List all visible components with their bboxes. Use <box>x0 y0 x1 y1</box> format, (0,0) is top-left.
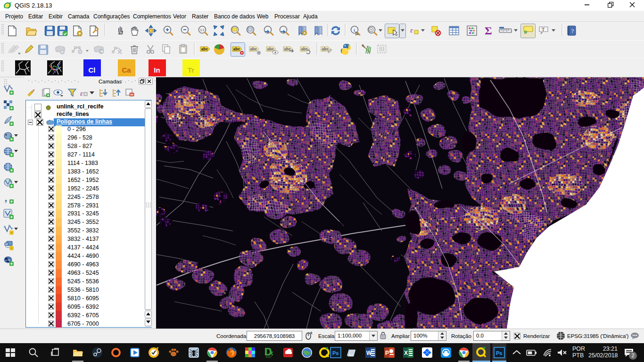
svg-text:Ps: Ps <box>332 350 339 356</box>
svg-text:ε: ε <box>410 26 413 34</box>
svg-text:Pro: Pro <box>310 354 313 357</box>
svg-text:Ca: Ca <box>122 66 131 74</box>
svg-text:T: T <box>542 27 545 32</box>
svg-text:,: , <box>5 193 7 203</box>
svg-text:X: X <box>404 350 408 356</box>
svg-text:In: In <box>154 66 160 74</box>
svg-text:abc: abc <box>233 47 240 51</box>
svg-text:2017: 2017 <box>265 355 272 358</box>
svg-text:P: P <box>385 350 389 356</box>
svg-text:Ps: Ps <box>496 350 502 356</box>
svg-text:*: * <box>11 231 12 235</box>
svg-text:Σ: Σ <box>485 25 492 37</box>
svg-text:abc: abc <box>301 47 308 51</box>
svg-text:abc: abc <box>201 47 208 51</box>
svg-text:ε: ε <box>80 90 83 97</box>
svg-text:Cl: Cl <box>89 66 96 74</box>
svg-text:abc: abc <box>322 47 329 51</box>
svg-text:*: * <box>11 247 12 251</box>
svg-text:Tr: Tr <box>188 66 194 74</box>
svg-text:?: ? <box>571 28 574 34</box>
svg-text:1:1: 1:1 <box>200 28 204 32</box>
svg-text:abc: abc <box>250 47 257 51</box>
svg-text:abc: abc <box>267 47 274 51</box>
